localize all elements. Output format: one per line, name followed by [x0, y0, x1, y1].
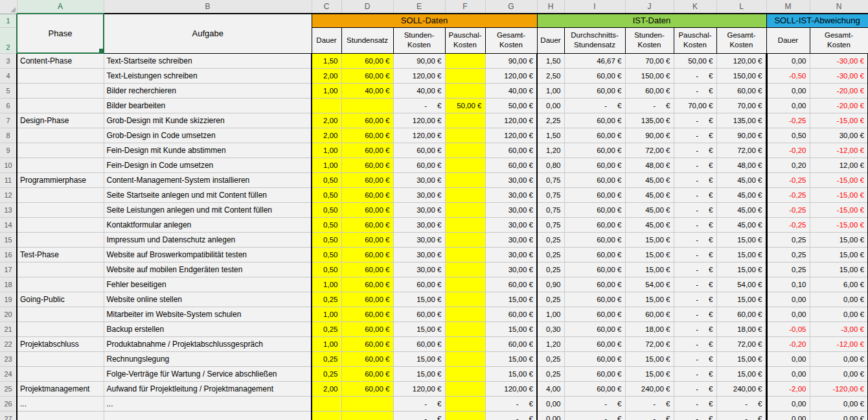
cell-abw-gesamtkosten[interactable]: -15,00 € — [810, 188, 868, 203]
cell-soll-stundenkosten[interactable]: 15,00 € — [393, 367, 445, 382]
cell-soll-dauer[interactable]: 0,50 — [312, 203, 341, 218]
row-header-5[interactable]: 5 — [0, 84, 17, 99]
cell-ist-stundenkosten[interactable]: 45,00 € — [625, 218, 674, 233]
cell-soll-stundensatz[interactable]: 60,00 € — [341, 188, 393, 203]
cell-phase[interactable] — [17, 277, 104, 292]
cell-abw-dauer[interactable]: -0,20 — [766, 337, 810, 352]
cell-aufgabe[interactable]: Website auf Broswerkompatibilität testen — [104, 248, 312, 262]
cell-ist-stundenkosten[interactable]: - € — [625, 99, 674, 113]
cell-soll-stundensatz[interactable]: 60,00 € — [341, 233, 393, 248]
cell-ist-dauer[interactable]: 0,75 — [537, 188, 564, 203]
cell-ist-stundenkosten[interactable]: 72,00 € — [625, 337, 674, 352]
cell-ist-stundenkosten[interactable]: 15,00 € — [625, 292, 674, 307]
row-header-27[interactable]: 27 — [0, 412, 17, 420]
cell-aufgabe[interactable]: Seite Leistungen anlegen und mit Content… — [104, 203, 312, 218]
cell-phase[interactable] — [17, 158, 104, 173]
cell-soll-pauschalkosten[interactable] — [445, 292, 485, 307]
cell-ist-pauschalkosten[interactable]: - € — [674, 412, 716, 420]
cell-phase[interactable] — [17, 352, 104, 367]
cell-ist-gesamtkosten[interactable]: 240,00 € — [716, 382, 766, 397]
cell-soll-stundensatz[interactable] — [341, 397, 393, 412]
cell-ist-gesamtkosten[interactable]: 15,00 € — [716, 262, 766, 277]
cell-abw-gesamtkosten[interactable]: -12,00 € — [810, 143, 868, 158]
cell-soll-stundensatz[interactable]: 60,00 € — [341, 382, 393, 397]
cell-soll-gesamtkosten[interactable]: 15,00 € — [485, 292, 537, 307]
cell-ist-dauer[interactable]: 1,50 — [537, 128, 564, 143]
cell-ist-dauer[interactable]: 0,75 — [537, 203, 564, 218]
cell-ist-stundenkosten[interactable]: 135,00 € — [625, 113, 674, 128]
cell-soll-stundenkosten[interactable]: 15,00 € — [393, 292, 445, 307]
cell-ist-pauschalkosten[interactable]: - € — [674, 292, 716, 307]
cell-abw-dauer[interactable]: 0,00 — [766, 352, 810, 367]
column-header-B[interactable]: B — [104, 0, 312, 14]
cell-soll-stundenkosten[interactable]: 15,00 € — [393, 322, 445, 337]
cell-ist-pauschalkosten[interactable]: - € — [674, 84, 716, 99]
cell-ist-gesamtkosten[interactable]: 15,00 € — [716, 292, 766, 307]
cell-soll-stundenkosten[interactable]: 120,00 € — [393, 69, 445, 84]
row-header-7[interactable]: 7 — [0, 113, 17, 128]
soll-stundenkosten-header[interactable]: Stunden- Kosten — [393, 27, 445, 53]
cell-soll-gesamtkosten[interactable]: 30,00 € — [485, 262, 537, 277]
cell-ist-stundenkosten[interactable]: 45,00 € — [625, 173, 674, 188]
cell-soll-pauschalkosten[interactable] — [445, 69, 485, 84]
cell-ist-gesamtkosten[interactable]: - € — [716, 397, 766, 412]
cell-soll-gesamtkosten[interactable]: 90,00 € — [485, 53, 537, 69]
cell-soll-pauschalkosten[interactable] — [445, 233, 485, 248]
cell-ist-gesamtkosten[interactable]: 72,00 € — [716, 143, 766, 158]
cell-soll-stundensatz[interactable]: 60,00 € — [341, 53, 393, 69]
cell-abw-dauer[interactable]: -0,50 — [766, 69, 810, 84]
cell-phase[interactable] — [17, 84, 104, 99]
cell-ist-dauer[interactable]: 1,50 — [537, 53, 564, 69]
cell-ist-stundensatz[interactable]: 60,00 € — [564, 218, 625, 233]
cell-ist-dauer[interactable]: 0,00 — [537, 397, 564, 412]
cell-soll-dauer[interactable]: 1,00 — [312, 277, 341, 292]
cell-ist-pauschalkosten[interactable]: - € — [674, 203, 716, 218]
cell-soll-stundensatz[interactable]: 60,00 € — [341, 248, 393, 262]
cell-soll-gesamtkosten[interactable]: - € — [485, 397, 537, 412]
row-header-9[interactable]: 9 — [0, 143, 17, 158]
cell-aufgabe[interactable]: Kontaktformular anlegen — [104, 218, 312, 233]
cell-aufgabe[interactable]: Content-Management-System installieren — [104, 173, 312, 188]
cell-soll-stundenkosten[interactable]: 30,00 € — [393, 233, 445, 248]
cell-ist-stundensatz[interactable]: - € — [564, 397, 625, 412]
cell-ist-dauer[interactable]: 1,00 — [537, 84, 564, 99]
cell-soll-pauschalkosten[interactable] — [445, 128, 485, 143]
cell-ist-stundensatz[interactable]: 60,00 € — [564, 203, 625, 218]
cell-soll-pauschalkosten[interactable] — [445, 188, 485, 203]
cell-ist-gesamtkosten[interactable]: 45,00 € — [716, 173, 766, 188]
cell-ist-pauschalkosten[interactable]: - € — [674, 367, 716, 382]
cell-abw-dauer[interactable]: -2,00 — [766, 382, 810, 397]
cell-abw-gesamtkosten[interactable]: 15,00 € — [810, 233, 868, 248]
cell-abw-dauer[interactable]: 0,20 — [766, 158, 810, 173]
cell-soll-stundenkosten[interactable]: - € — [393, 412, 445, 420]
cell-ist-stundensatz[interactable]: 60,00 € — [564, 248, 625, 262]
cell-ist-dauer[interactable]: 0,25 — [537, 262, 564, 277]
row-header-17[interactable]: 17 — [0, 262, 17, 277]
cell-soll-pauschalkosten[interactable] — [445, 367, 485, 382]
cell-soll-gesamtkosten[interactable]: 60,00 € — [485, 307, 537, 322]
cell-ist-stundensatz[interactable]: 60,00 € — [564, 158, 625, 173]
cell-ist-pauschalkosten[interactable]: - € — [674, 143, 716, 158]
cell-ist-stundensatz[interactable]: 60,00 € — [564, 277, 625, 292]
column-header-D[interactable]: D — [341, 0, 393, 14]
cell-soll-pauschalkosten[interactable] — [445, 412, 485, 420]
cell-ist-gesamtkosten[interactable]: 15,00 € — [716, 367, 766, 382]
cell-ist-gesamtkosten[interactable]: 150,00 € — [716, 69, 766, 84]
cell-soll-gesamtkosten[interactable]: 30,00 € — [485, 233, 537, 248]
cell-soll-pauschalkosten[interactable] — [445, 277, 485, 292]
ist-stundenkosten-header[interactable]: Stunden- Kosten — [625, 27, 674, 53]
cell-soll-pauschalkosten[interactable] — [445, 218, 485, 233]
cell-ist-stundensatz[interactable]: 60,00 € — [564, 352, 625, 367]
column-header-A[interactable]: A — [17, 0, 104, 14]
cell-aufgabe[interactable]: Backup erstellen — [104, 322, 312, 337]
cell-aufgabe[interactable]: Text-Startseite schreiben — [104, 53, 312, 69]
cell-ist-pauschalkosten[interactable]: - € — [674, 173, 716, 188]
cell-aufgabe[interactable]: Aufwand für Projektleitung / Projektmana… — [104, 382, 312, 397]
row-header-11[interactable]: 11 — [0, 173, 17, 188]
cell-soll-stundenkosten[interactable]: 15,00 € — [393, 352, 445, 367]
cell-abw-dauer[interactable]: -0,25 — [766, 218, 810, 233]
cell-ist-dauer[interactable]: 4,00 — [537, 382, 564, 397]
ist-pauschalkosten-header[interactable]: Pauschal- Kosten — [674, 27, 716, 53]
cell-soll-pauschalkosten[interactable] — [445, 397, 485, 412]
cell-soll-pauschalkosten[interactable] — [445, 337, 485, 352]
